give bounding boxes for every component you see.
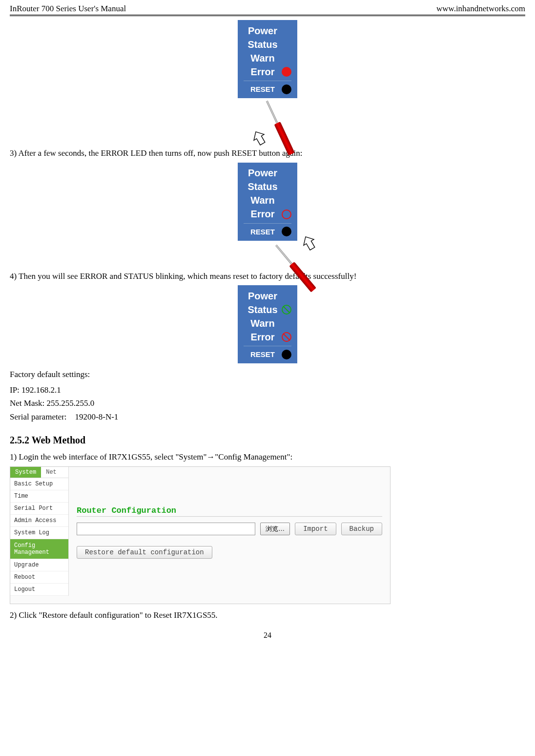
reset-label: RESET xyxy=(244,350,282,358)
led-label-error: Error xyxy=(244,209,282,220)
led-label-warn: Warn xyxy=(244,195,282,206)
led-label-power: Power xyxy=(244,168,282,179)
tab-system[interactable]: System xyxy=(10,467,41,478)
reset-label: RESET xyxy=(244,85,282,93)
sidebar-item-logout[interactable]: Logout xyxy=(10,584,68,596)
led-label-error: Error xyxy=(244,66,282,78)
restore-default-button[interactable]: Restore default configuration xyxy=(77,546,212,559)
file-path-input[interactable] xyxy=(77,523,255,535)
router-led-panel: Power Status Warn Error RESET xyxy=(238,20,297,98)
browse-button[interactable]: 浏览… xyxy=(260,523,290,535)
config-import-row: 浏览… Import Backup xyxy=(77,523,382,535)
sidebar-item-system-log[interactable]: System Log xyxy=(10,527,68,539)
sidebar-item-serial-port[interactable]: Serial Port xyxy=(10,503,68,515)
router-led-panel: Power Status Warn Error RESET xyxy=(238,285,297,363)
section-heading: 2.5.2 Web Method xyxy=(10,435,525,446)
sidebar-item-basic-setup[interactable]: Basic Setup xyxy=(10,478,68,490)
web-main-panel: Router Configuration 浏览… Import Backup R… xyxy=(69,467,390,604)
step-4-text: 4) Then you will see ERROR and STATUS bl… xyxy=(10,270,525,283)
factory-serial: Serial parameter: 19200-8-N-1 xyxy=(10,411,525,423)
arrow-up-icon xyxy=(302,235,316,251)
error-led-on-icon xyxy=(282,67,291,77)
reset-button-icon xyxy=(282,350,291,359)
error-led-off-icon xyxy=(282,210,291,219)
router-configuration-title: Router Configuration xyxy=(77,506,382,517)
led-label-status: Status xyxy=(244,304,282,315)
led-label-status: Status xyxy=(244,39,282,50)
backup-button[interactable]: Backup xyxy=(341,523,382,535)
sidebar-item-time[interactable]: Time xyxy=(10,490,68,503)
restore-step-text: 2) Click "Restore default configuration"… xyxy=(10,609,525,622)
led-label-power: Power xyxy=(244,291,282,302)
login-step-text: 1) Login the web interface of IR7X1GS55,… xyxy=(10,451,525,463)
led-label-power: Power xyxy=(244,25,282,37)
led-label-warn: Warn xyxy=(244,318,282,329)
sidebar-item-config-management[interactable]: Config Management xyxy=(10,539,68,560)
reset-label: RESET xyxy=(244,228,282,236)
page-number: 24 xyxy=(10,631,525,650)
error-led-blink-icon xyxy=(282,332,291,342)
reset-button-icon xyxy=(282,84,291,94)
router-led-panel: Power Status Warn Error RESET xyxy=(238,163,297,241)
step-3-text: 3) After a few seconds, the ERROR LED th… xyxy=(10,147,525,160)
led-label-error: Error xyxy=(244,332,282,343)
sidebar-item-upgrade[interactable]: Upgrade xyxy=(10,559,68,571)
factory-ip: IP: 192.168.2.1 xyxy=(10,384,525,397)
router-panel-image-2: Power Status Warn Error RESET xyxy=(10,163,525,241)
page-header: InRouter 700 Series User's Manual www.in… xyxy=(10,0,525,15)
led-label-warn: Warn xyxy=(244,53,282,64)
factory-netmask: Net Mask: 255.255.255.0 xyxy=(10,397,525,410)
web-interface-screenshot: SystemNet Basic Setup Time Serial Port A… xyxy=(10,466,391,604)
router-panel-image-1: Power Status Warn Error RESET xyxy=(10,20,525,98)
router-panel-image-3: Power Status Warn Error RESET xyxy=(10,285,525,363)
manual-title: InRouter 700 Series User's Manual xyxy=(10,4,126,14)
tab-net[interactable]: Net xyxy=(41,467,62,478)
status-led-blink-icon xyxy=(282,305,291,315)
sidebar-item-admin-access[interactable]: Admin Access xyxy=(10,515,68,527)
import-button[interactable]: Import xyxy=(295,523,336,535)
header-divider xyxy=(10,15,525,16)
web-sidebar: SystemNet Basic Setup Time Serial Port A… xyxy=(10,467,69,596)
arrow-up-left-icon xyxy=(252,130,266,146)
sidebar-item-reboot[interactable]: Reboot xyxy=(10,571,68,584)
factory-settings-heading: Factory default settings: xyxy=(10,368,525,381)
website-url: www.inhandnetworks.com xyxy=(436,4,525,14)
reset-button-icon xyxy=(282,227,291,236)
led-label-status: Status xyxy=(244,181,282,192)
sidebar-item-label: Config Management xyxy=(14,542,49,556)
